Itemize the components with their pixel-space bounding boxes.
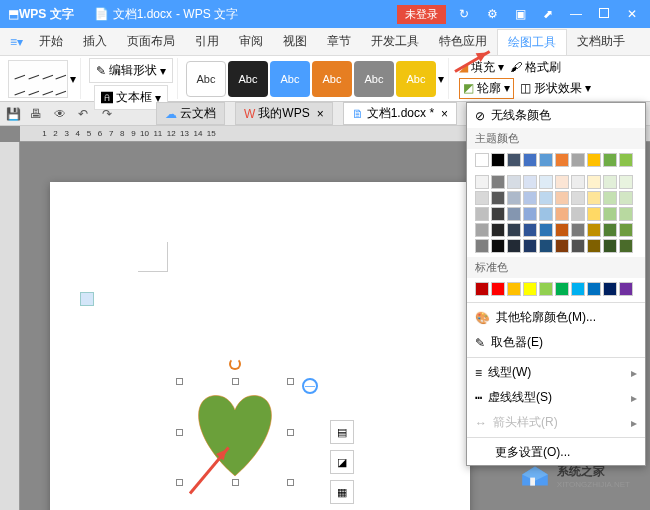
color-swatch[interactable] [587,239,601,253]
color-swatch[interactable] [523,223,537,237]
resize-handle-w[interactable] [176,429,183,436]
color-swatch[interactable] [539,239,553,253]
color-swatch[interactable] [491,223,505,237]
rotate-handle-icon[interactable] [229,358,241,370]
format-painter-button[interactable]: 🖌格式刷 [510,59,561,76]
color-swatch[interactable] [475,223,489,237]
color-swatch[interactable] [603,191,617,205]
color-swatch[interactable] [475,191,489,205]
no-line-option[interactable]: ⊘无线条颜色 [467,103,645,128]
color-swatch[interactable] [587,282,601,296]
color-swatch[interactable] [571,282,585,296]
color-swatch[interactable] [539,223,553,237]
color-swatch[interactable] [555,282,569,296]
color-swatch[interactable] [619,239,633,253]
color-swatch[interactable] [555,175,569,189]
color-swatch[interactable] [523,207,537,221]
line-presets[interactable] [8,60,68,98]
color-swatch[interactable] [523,282,537,296]
color-swatch[interactable] [555,239,569,253]
resize-handle-se[interactable] [287,479,294,486]
title-doc-tab[interactable]: 📄 文档1.docx - WPS 文字 [94,6,238,23]
resize-handle-nw[interactable] [176,378,183,385]
color-swatch[interactable] [475,175,489,189]
menu-devtools[interactable]: 开发工具 [361,29,429,54]
minimize-icon[interactable]: — [566,7,586,21]
tab-document[interactable]: 🗎文档1.docx *× [343,102,457,125]
style-preset-5[interactable]: Abc [354,61,394,97]
color-swatch[interactable] [539,282,553,296]
style-preset-2[interactable]: Abc [228,61,268,97]
menu-dropdown-icon[interactable]: ≡▾ [4,35,29,49]
color-swatch[interactable] [523,153,537,167]
color-swatch[interactable] [507,223,521,237]
color-swatch[interactable] [539,207,553,221]
delete-handle-icon[interactable]: — [302,378,318,394]
color-swatch[interactable] [475,207,489,221]
color-swatch[interactable] [619,223,633,237]
dash-style-option[interactable]: ┅虚线线型(S)▸ [467,385,645,410]
color-swatch[interactable] [571,223,585,237]
eyedropper-option[interactable]: ✎取色器(E) [467,330,645,355]
color-swatch[interactable] [507,153,521,167]
menu-start[interactable]: 开始 [29,29,73,54]
color-swatch[interactable] [491,175,505,189]
color-swatch[interactable] [475,239,489,253]
color-swatch[interactable] [571,207,585,221]
print-icon[interactable]: 🖶 [30,107,44,121]
color-swatch[interactable] [587,207,601,221]
close-icon[interactable]: ✕ [622,7,642,21]
layout-option-1[interactable]: ▤ [330,420,354,444]
color-swatch[interactable] [539,153,553,167]
color-swatch[interactable] [619,282,633,296]
more-colors-option[interactable]: 🎨其他轮廓颜色(M)... [467,305,645,330]
gallery-more-icon[interactable]: ▾ [438,72,444,86]
color-swatch[interactable] [523,175,537,189]
heart-shape[interactable]: — [180,382,290,482]
resize-handle-e[interactable] [287,429,294,436]
color-swatch[interactable] [539,191,553,205]
color-swatch[interactable] [603,175,617,189]
color-swatch[interactable] [587,153,601,167]
color-swatch[interactable] [491,153,505,167]
style-preset-6[interactable]: Abc [396,61,436,97]
settings-icon[interactable]: ⚙ [482,7,502,21]
redo-icon[interactable]: ↷ [102,107,116,121]
menu-doc-helper[interactable]: 文档助手 [567,29,635,54]
lines-more-icon[interactable]: ▾ [70,72,76,86]
tab-close-icon[interactable]: × [441,107,448,121]
color-swatch[interactable] [555,153,569,167]
outline-button[interactable]: ◩轮廓▾ [459,78,514,99]
expand-icon[interactable]: ⬈ [538,7,558,21]
login-badge[interactable]: 未登录 [397,5,446,24]
style-preset-4[interactable]: Abc [312,61,352,97]
color-swatch[interactable] [571,175,585,189]
color-swatch[interactable] [587,223,601,237]
color-swatch[interactable] [619,191,633,205]
style-preset-3[interactable]: Abc [270,61,310,97]
arrow-style-option[interactable]: ↔箭头样式(R)▸ [467,410,645,435]
color-swatch[interactable] [619,207,633,221]
sync-icon[interactable]: ↻ [454,7,474,21]
color-swatch[interactable] [571,153,585,167]
more-settings-option[interactable]: 更多设置(O)... [467,440,645,465]
pin-icon[interactable]: ▣ [510,7,530,21]
color-swatch[interactable] [603,239,617,253]
tab-mywps[interactable]: W我的WPS× [235,102,333,125]
color-swatch[interactable] [587,175,601,189]
color-swatch[interactable] [507,207,521,221]
menu-review[interactable]: 审阅 [229,29,273,54]
layout-option-2[interactable]: ◪ [330,450,354,474]
color-swatch[interactable] [603,207,617,221]
resize-handle-ne[interactable] [287,378,294,385]
color-swatch[interactable] [491,282,505,296]
color-swatch[interactable] [475,153,489,167]
color-swatch[interactable] [603,153,617,167]
color-swatch[interactable] [475,282,489,296]
color-swatch[interactable] [491,207,505,221]
menu-view[interactable]: 视图 [273,29,317,54]
style-preset-1[interactable]: Abc [186,61,226,97]
color-swatch[interactable] [555,191,569,205]
line-style-option[interactable]: ≡线型(W)▸ [467,360,645,385]
resize-handle-n[interactable] [232,378,239,385]
